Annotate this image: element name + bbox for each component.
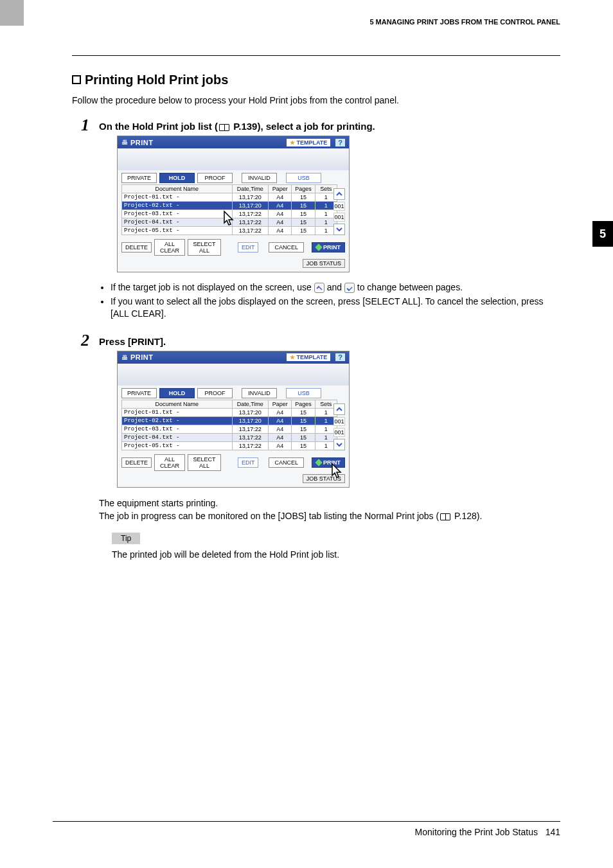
book-icon (219, 124, 229, 131)
star-icon: ★ (290, 139, 295, 146)
col-paper: Paper (269, 185, 292, 193)
table-row[interactable]: Project-02.txt -13,17:20A4151 (122, 202, 337, 210)
table-row[interactable]: Project-03.txt -13,17:22A4151 (122, 210, 337, 218)
scroll-up-icon[interactable] (333, 403, 345, 415)
tab-usb[interactable]: USB (286, 173, 321, 183)
print-panel: 🖶 PRINT ★TEMPLATE ? PRIVATE HOLD PROOF (117, 351, 350, 488)
page-decoration (0, 0, 24, 26)
step2-result2: The job in progress can be monitored on … (99, 509, 560, 522)
table-row[interactable]: Project-03.txt -13,17:22A4151 (122, 425, 337, 433)
up-arrow-icon (314, 283, 324, 293)
scroll-down-icon[interactable] (333, 439, 345, 450)
step1-bullet2: If you want to select all the jobs displ… (111, 296, 560, 321)
table-row[interactable]: Project-05.txt -13,17:22A4151 (122, 441, 337, 450)
delete-button[interactable]: DELETE (121, 242, 152, 252)
tab-invalid[interactable]: INVALID (242, 388, 277, 398)
job-table: Document Name Date,Time Paper Pages Sets… (121, 400, 337, 450)
print-button[interactable]: PRINT (312, 457, 345, 468)
start-icon (315, 459, 322, 466)
tab-proof[interactable]: PROOF (197, 388, 233, 398)
table-row[interactable]: Project-05.txt -13,17:22A4151 (122, 227, 337, 235)
template-button[interactable]: ★TEMPLATE (287, 353, 330, 361)
step1-bullet1: If the target job is not displayed on th… (111, 281, 560, 294)
job-status-button[interactable]: JOB STATUS (303, 474, 345, 483)
chapter-header: 5 MANAGING PRINT JOBS FROM THE CONTROL P… (369, 18, 560, 26)
tab-private[interactable]: PRIVATE (121, 388, 157, 398)
table-row[interactable]: Project-02.txt -13,17:20A4151 (122, 416, 337, 425)
printer-icon: 🖶 (121, 354, 128, 361)
panel-title: PRINT (130, 139, 154, 146)
tab-invalid[interactable]: INVALID (242, 173, 277, 183)
star-icon: ★ (290, 354, 295, 360)
cancel-button[interactable]: CANCEL (269, 457, 304, 468)
tab-hold[interactable]: HOLD (159, 173, 195, 183)
col-dt: Date,Time (232, 185, 269, 193)
scroll-up-icon[interactable] (333, 188, 345, 200)
tab-private[interactable]: PRIVATE (121, 173, 157, 183)
tab-hold[interactable]: HOLD (159, 388, 195, 398)
step1-title: On the Hold Print job list ( P.139), sel… (99, 121, 560, 132)
start-icon (315, 244, 322, 251)
table-row[interactable]: Project-04.txt -13,17:22A4151 (122, 433, 337, 441)
step-number: 2 (81, 331, 89, 350)
help-button[interactable]: ? (335, 139, 345, 146)
book-icon (440, 513, 450, 520)
select-all-button[interactable]: SELECT ALL (188, 239, 221, 256)
tab-usb[interactable]: USB (286, 388, 321, 398)
down-arrow-icon (344, 283, 355, 293)
table-row[interactable]: Project-01.txt -13,17:20A4151 (122, 408, 337, 416)
edit-button[interactable]: EDIT (238, 457, 259, 468)
tip-label: Tip (112, 533, 140, 544)
step2-result1: The equipment starts printing. (99, 497, 560, 509)
col-pages: Pages (292, 185, 315, 193)
square-bullet-icon (72, 75, 81, 84)
page-footer: Monitoring the Print Job Status 141 (53, 821, 560, 837)
tab-proof[interactable]: PROOF (197, 173, 233, 183)
delete-button[interactable]: DELETE (121, 457, 152, 468)
col-doc: Document Name (122, 185, 233, 193)
scroll-down-icon[interactable] (333, 224, 345, 235)
print-button[interactable]: PRINT (312, 242, 345, 252)
tip-text: The printed job will be deleted from the… (112, 548, 560, 561)
table-row[interactable]: Project-01.txt -13,17:20A4151 (122, 193, 337, 202)
panel-title: PRINT (130, 353, 154, 361)
edit-button[interactable]: EDIT (238, 242, 259, 252)
select-all-button[interactable]: SELECT ALL (188, 454, 221, 471)
table-row[interactable]: Project-04.txt -13,17:22A4151 (122, 218, 337, 227)
page-current: 001 (333, 202, 345, 211)
page-total: 001 (333, 213, 345, 222)
job-table: Document Name Date,Time Paper Pages Sets… (121, 184, 337, 235)
step2-title: Press [PRINT]. (99, 336, 560, 347)
template-button[interactable]: ★TEMPLATE (287, 139, 330, 146)
help-button[interactable]: ? (335, 353, 345, 361)
all-clear-button[interactable]: ALL CLEAR (154, 239, 185, 256)
cancel-button[interactable]: CANCEL (269, 242, 304, 252)
printer-icon: 🖶 (121, 139, 128, 146)
chapter-tab: 5 (592, 221, 613, 247)
print-panel: 🖶 PRINT ★TEMPLATE ? PRIVATE HOLD PROOF (117, 136, 350, 272)
section-title: Printing Hold Print jobs (72, 73, 560, 87)
step-number: 1 (81, 116, 89, 135)
job-status-button[interactable]: JOB STATUS (303, 259, 345, 268)
intro-text: Follow the procedure below to process yo… (72, 95, 560, 105)
all-clear-button[interactable]: ALL CLEAR (154, 454, 185, 471)
